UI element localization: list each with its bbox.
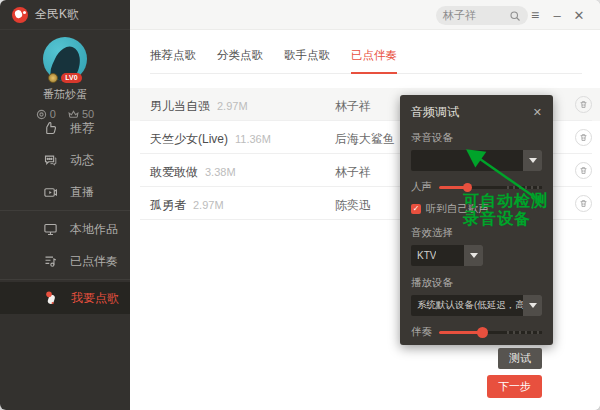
song-size: 2.97M	[217, 100, 248, 112]
sidebar-item-label: 已点伴奏	[70, 253, 118, 270]
close-button[interactable]: ✕	[570, 0, 588, 30]
monitor-icon	[43, 222, 58, 237]
delete-song-button[interactable]	[575, 162, 592, 179]
record-device-label: 录音设备	[411, 131, 542, 145]
search-value: 林子祥	[443, 8, 509, 23]
song-title: 孤勇者	[150, 198, 186, 212]
sidebar-item-queued-accompaniment[interactable]: 已点伴奏	[0, 245, 130, 277]
level-badge: LV0	[61, 73, 81, 83]
accompaniment-label: 伴奏	[411, 325, 432, 339]
vocal-volume-slider[interactable]	[439, 183, 542, 192]
sidebar-item-song-request[interactable]: 我要点歌	[0, 282, 130, 314]
playback-device-value: 系统默认设备(低延迟，高音质)	[417, 299, 535, 312]
tab-category-songs[interactable]: 分类点歌	[217, 48, 263, 73]
username: 番茄炒蛋	[0, 87, 130, 102]
trash-icon	[579, 199, 588, 208]
sidebar-item-label: 动态	[70, 152, 94, 169]
tab-recommend-songs[interactable]: 推荐点歌	[150, 48, 196, 73]
sidebar-item-label: 推荐	[70, 120, 94, 137]
chevron-down-icon	[470, 253, 478, 258]
song-artist: 后海大鲨鱼	[335, 131, 395, 148]
song-title: 天竺少女(Live)	[150, 132, 228, 146]
slider-handle[interactable]	[477, 327, 488, 338]
sidebar-item-label: 直播	[70, 184, 94, 201]
sidebar-nav: 推荐 动态 直播 本地作品 已点伴奏 我要点歌	[0, 112, 130, 314]
trash-icon	[579, 166, 588, 175]
tab-queued-accompaniment[interactable]: 已点伴奏	[351, 48, 397, 73]
menu-icon[interactable]: ≡	[526, 0, 544, 30]
tab-bar: 推荐点歌 分类点歌 歌手点歌 已点伴奏	[150, 48, 582, 74]
sidebar-item-local-works[interactable]: 本地作品	[0, 213, 130, 245]
sidebar-item-label: 我要点歌	[71, 290, 119, 307]
sidebar-item-feed[interactable]: 动态	[0, 144, 130, 176]
panel-close-icon[interactable]: ✕	[533, 106, 542, 119]
delete-song-button[interactable]	[575, 195, 592, 212]
app-logo-icon	[12, 7, 28, 23]
user-badges: LV0	[0, 73, 130, 83]
effect-label: 音效选择	[411, 226, 542, 240]
checkbox-checked[interactable]: ✓	[411, 204, 421, 214]
sidebar-item-recommend[interactable]: 推荐	[0, 112, 130, 144]
medal-icon	[48, 73, 58, 83]
delete-song-button[interactable]	[575, 129, 592, 146]
chevron-down-icon	[529, 158, 537, 163]
thumbs-up-icon	[43, 121, 58, 136]
song-title: 男儿当自强	[150, 99, 210, 113]
user-profile[interactable]: LV0 番茄炒蛋 0 50	[0, 30, 130, 120]
song-size: 2.97M	[193, 199, 224, 211]
vocal-label: 人声	[411, 180, 432, 194]
microphone-icon	[43, 290, 59, 306]
logo-row: 全民K歌	[0, 0, 130, 30]
chevron-down-icon	[529, 303, 537, 308]
minimize-button[interactable]: –	[548, 0, 566, 30]
song-artist: 林子祥	[335, 98, 371, 115]
sidebar-item-label: 本地作品	[70, 221, 118, 238]
app-window: 全民K歌 LV0 番茄炒蛋 0 50	[0, 0, 600, 410]
annotation-text: 可自动检测 录音设备	[463, 192, 548, 228]
app-title: 全民K歌	[35, 6, 79, 23]
song-title: 敢爱敢做	[150, 165, 198, 179]
panel-title: 音频调试	[411, 104, 459, 121]
song-size: 11.36M	[235, 133, 271, 145]
slider-handle[interactable]	[463, 183, 472, 192]
search-icon[interactable]	[509, 10, 521, 22]
chat-bubbles-icon	[43, 153, 58, 168]
effect-select[interactable]: KTV	[411, 245, 483, 266]
sidebar: 全民K歌 LV0 番茄炒蛋 0 50	[0, 0, 130, 410]
next-step-button[interactable]: 下一步	[487, 375, 542, 398]
effect-value: KTV	[417, 250, 436, 261]
annotation-line2: 录音设备	[463, 210, 548, 228]
playlist-music-icon	[43, 254, 58, 269]
trash-icon	[579, 133, 588, 142]
playback-device-select[interactable]: 系统默认设备(低延迟，高音质)	[411, 295, 542, 316]
live-video-icon	[43, 185, 58, 200]
search-input[interactable]: 林子祥	[436, 6, 528, 25]
sidebar-divider	[0, 279, 130, 280]
song-artist: 陈奕迅	[335, 197, 371, 214]
sidebar-divider	[0, 210, 130, 211]
accompaniment-volume-slider[interactable]	[439, 328, 542, 337]
record-device-select[interactable]	[411, 150, 542, 171]
song-size: 3.38M	[205, 166, 236, 178]
test-button[interactable]: 测试	[498, 348, 542, 369]
tab-singer-songs[interactable]: 歌手点歌	[284, 48, 330, 73]
song-artist: 林子祥	[335, 164, 371, 181]
titlebar: 林子祥 ≡ – ✕	[130, 0, 600, 30]
annotation-line1: 可自动检测	[463, 192, 548, 210]
sidebar-item-live[interactable]: 直播	[0, 176, 130, 208]
trash-icon	[579, 100, 588, 109]
playback-device-label: 播放设备	[411, 276, 542, 290]
delete-song-button[interactable]	[575, 96, 592, 113]
